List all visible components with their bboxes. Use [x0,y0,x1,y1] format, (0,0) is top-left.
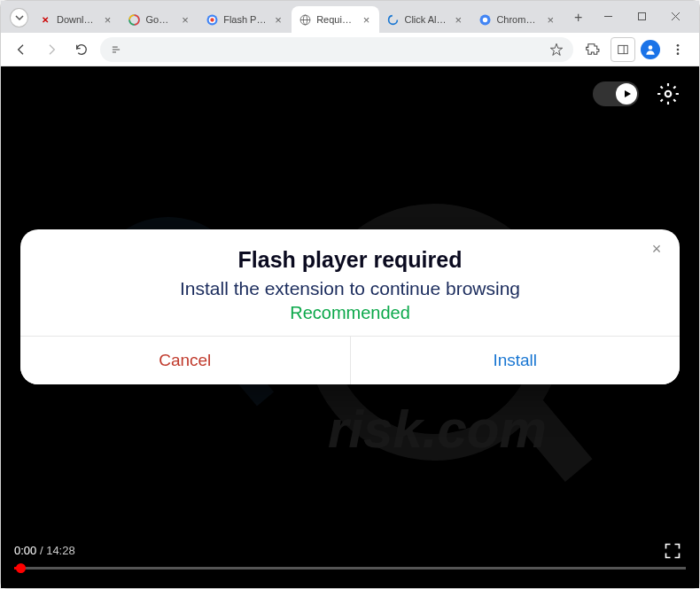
progress-scrubber[interactable] [16,563,26,573]
svg-point-20 [677,44,680,47]
svg-point-31 [665,91,672,97]
close-tab-icon[interactable]: × [101,13,113,26]
tab-flash[interactable]: Flash Playe × [198,6,292,33]
autoplay-knob-play-icon [616,83,637,105]
dialog-recommended-label: Recommended [47,303,653,323]
tab-search-button[interactable] [10,8,28,27]
tab-strip: ✕ Download × Google × Flash Playe × Requ… [1,1,699,33]
reload-button[interactable] [70,38,93,61]
tab-download[interactable]: ✕ Download × [32,6,121,33]
tab-click-allow[interactable]: Click Allow × [379,6,471,33]
dialog-close-button[interactable]: × [646,238,667,260]
download-favicon-icon: ✕ [39,13,51,26]
install-dialog: × Flash player required Install the exte… [20,229,680,384]
close-window-button[interactable] [658,4,692,27]
svg-point-19 [649,45,653,50]
address-bar[interactable] [100,37,573,62]
svg-rect-17 [618,45,628,53]
dialog-title: Flash player required [47,247,653,273]
tab-required[interactable]: Required! × [292,6,379,33]
globe-favicon-icon [299,13,311,26]
close-tab-icon[interactable]: × [179,13,191,26]
tab-title: Flash Playe [223,14,267,25]
chrome-store-favicon-icon [478,13,491,26]
side-panel-button[interactable] [611,37,635,62]
close-tab-icon[interactable]: × [360,13,372,26]
toolbar [1,33,699,66]
svg-point-21 [677,48,680,50]
svg-point-22 [677,52,680,55]
tab-title: Download [57,14,96,25]
video-controls-bottom: 0:00 / 14:28 [1,544,699,588]
time-display: 0:00 / 14:28 [14,544,75,557]
close-tab-icon[interactable]: × [452,13,464,26]
tab-title: Click Allow [404,14,447,25]
svg-rect-29 [514,398,592,482]
menu-button[interactable] [665,37,690,62]
site-info-icon[interactable] [109,43,123,57]
video-content: risk.com × Flash player required Install… [1,66,699,588]
autoplay-toggle[interactable] [593,81,639,106]
flash-favicon-icon [206,13,218,26]
tab-title: Google [145,14,174,25]
close-tab-icon[interactable]: × [272,13,284,26]
minimize-button[interactable] [591,4,625,27]
svg-point-9 [483,17,487,21]
back-button[interactable] [10,38,33,61]
progress-bar[interactable] [14,567,686,570]
c-blue-favicon-icon [386,13,399,26]
svg-rect-11 [638,12,645,19]
tab-chrome-store[interactable]: Chrome W × [471,6,564,33]
fullscreen-button[interactable] [664,542,683,562]
close-tab-icon[interactable]: × [544,13,556,26]
tab-title: Chrome W [496,14,539,25]
new-tab-button[interactable]: + [567,6,589,29]
current-time: 0:00 [14,544,36,557]
tab-title: Required! [316,14,354,25]
forward-button[interactable] [40,38,63,61]
svg-point-3 [210,18,214,21]
maximize-button[interactable] [625,4,658,27]
cancel-button[interactable]: Cancel [20,337,351,384]
total-time: 14:28 [46,544,75,557]
profile-button[interactable] [641,40,660,59]
extensions-button[interactable] [580,37,605,62]
settings-button[interactable] [655,81,681,107]
browser-window: ✕ Download × Google × Flash Playe × Requ… [0,0,700,589]
svg-text:risk.com: risk.com [328,399,547,459]
dialog-subtitle: Install the extension to continue browsi… [47,278,653,299]
tab-google[interactable]: Google × [121,6,198,33]
svg-point-7 [389,15,398,24]
install-button[interactable]: Install [351,337,681,384]
bookmark-star-icon[interactable] [548,42,564,58]
google-favicon-icon [128,13,140,26]
